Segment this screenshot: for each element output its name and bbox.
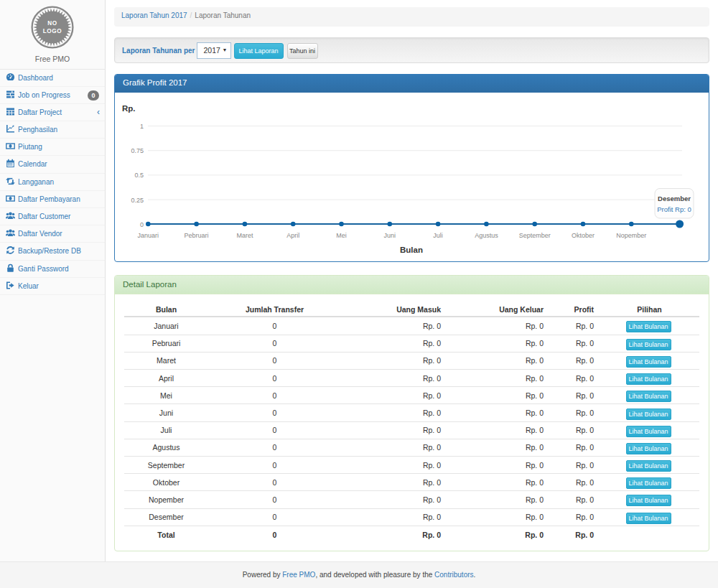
svg-text:September: September [519,232,551,239]
svg-text:0: 0 [140,221,144,228]
svg-text:Profit Rp: 0: Profit Rp: 0 [657,205,691,213]
svg-text:Juli: Juli [433,232,443,239]
svg-text:Januari: Januari [138,232,159,239]
svg-text:LOGO: LOGO [43,28,62,34]
svg-text:Maret: Maret [236,232,253,239]
svg-text:Juni: Juni [384,232,396,239]
svg-text:Oktober: Oktober [572,232,595,239]
svg-text:Rp.: Rp. [122,104,136,113]
svg-text:Nopember: Nopember [616,232,646,239]
svg-text:NO: NO [47,20,57,27]
svg-text:Agustus: Agustus [475,232,498,239]
svg-text:Desember: Desember [658,195,691,202]
svg-text:Mei: Mei [336,232,347,239]
svg-text:0.75: 0.75 [131,147,144,154]
svg-text:Bulan: Bulan [400,246,423,254]
svg-text:1: 1 [140,123,144,130]
svg-text:0.5: 0.5 [134,172,144,179]
svg-text:Pebruari: Pebruari [185,232,209,239]
svg-text:April: April [286,232,299,239]
svg-text:0.25: 0.25 [131,197,144,204]
